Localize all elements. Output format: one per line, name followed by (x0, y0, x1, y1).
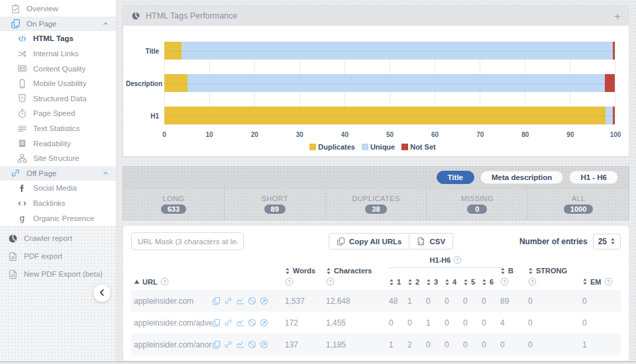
x-tick-label: 20 (251, 131, 258, 138)
sort-icon[interactable] (463, 279, 468, 286)
bar-category-label: Description (126, 79, 159, 87)
stat-cell-all[interactable]: ALL1000 (528, 189, 629, 220)
h-column-label: 4 (452, 278, 456, 286)
sidebar-item-crawler-report[interactable]: Crawler report (0, 230, 116, 248)
legend-item-not-set[interactable]: Not Set (401, 143, 436, 151)
book-icon (17, 138, 27, 148)
url-cell[interactable]: appleinsider.com/anon.. (134, 340, 212, 349)
stat-cell-long[interactable]: LONG633 (123, 189, 225, 220)
bar-segment-duplicates (164, 107, 606, 124)
help-icon[interactable]: ? (604, 277, 613, 286)
h2-cell: 2 (407, 340, 426, 349)
link-icon[interactable] (224, 296, 233, 305)
csv-export-button[interactable]: CSV (409, 233, 453, 250)
sort-icon[interactable] (582, 278, 588, 285)
tab-meta-description[interactable]: Meta description (480, 171, 563, 184)
copy-icon[interactable] (212, 318, 221, 327)
help-icon[interactable]: ? (453, 255, 462, 264)
sidebar-item-new-pdf-export-beta[interactable]: New PDF Export (beta) (0, 265, 116, 283)
newspaper-icon (17, 64, 27, 73)
h-column-label: 6 (490, 278, 494, 286)
url-cell[interactable]: appleinsider.com (134, 296, 212, 306)
legend-label: Duplicates (318, 143, 355, 151)
sidebar-item-readability[interactable]: Readability (0, 136, 116, 151)
sort-icon[interactable] (445, 279, 450, 286)
sidebar-item-structured-data[interactable]: 5Structured Data (0, 91, 116, 107)
column-header-h5[interactable]: 5 (463, 278, 482, 286)
column-header-h1[interactable]: 1 (389, 278, 407, 286)
column-header-url[interactable]: URL ? (134, 277, 212, 286)
link-icon[interactable] (224, 340, 233, 349)
copy-all-urls-button[interactable]: Copy All URLs (329, 233, 409, 250)
circle-slash-icon[interactable] (248, 340, 256, 349)
sidebar-item-page-speed[interactable]: Page Speed (0, 106, 116, 121)
sort-icon[interactable] (426, 279, 431, 286)
url-cell[interactable]: appleinsider.com/adve... (134, 318, 212, 328)
sort-icon[interactable] (326, 267, 331, 275)
line-chart-icon[interactable] (236, 296, 244, 305)
help-icon[interactable]: ? (326, 277, 335, 286)
sort-icon[interactable] (285, 267, 290, 275)
text-lines-icon (17, 124, 27, 134)
legend-item-duplicates[interactable]: Duplicates (309, 143, 355, 151)
sidebar-collapse-button[interactable] (93, 285, 111, 302)
line-chart-icon[interactable] (236, 340, 244, 349)
column-header-characters[interactable]: Characters ? (326, 267, 389, 286)
sidebar-item-overview[interactable]: Overview (0, 1, 116, 17)
external-link-icon[interactable] (260, 318, 268, 327)
sidebar-item-mobile-usability[interactable]: Mobile Usability (0, 76, 116, 91)
sort-icon[interactable] (407, 279, 413, 286)
stat-cell-duplicates[interactable]: DUPLICATES38 (326, 189, 427, 220)
sort-icon[interactable] (482, 279, 487, 286)
column-header-em[interactable]: EM ? (582, 277, 617, 286)
sort-icon[interactable] (528, 267, 533, 275)
column-header-h2[interactable]: 2 (407, 278, 426, 286)
column-header-h6[interactable]: 6 (482, 278, 500, 286)
stat-cell-short[interactable]: SHORT89 (225, 189, 326, 220)
help-icon[interactable]: ? (160, 277, 169, 286)
help-icon[interactable]: ? (500, 277, 509, 286)
sidebar-item-on-page[interactable]: On Page (0, 17, 116, 32)
expand-icon[interactable]: + (614, 11, 621, 22)
sidebar-item-backlinks[interactable]: Backlinks (0, 196, 116, 211)
svg-text:?: ? (503, 279, 506, 285)
sidebar-item-content-quality[interactable]: Content Quality (0, 61, 116, 76)
column-header-h3[interactable]: 3 (426, 278, 445, 286)
column-header-b[interactable]: B ? (500, 267, 528, 286)
sidebar-item-html-tags[interactable]: HTML Tags (0, 31, 116, 46)
sort-icon[interactable] (389, 279, 394, 286)
help-icon[interactable]: ? (285, 277, 293, 286)
link-icon[interactable] (224, 318, 233, 327)
sidebar-item-social-media[interactable]: Social Media (0, 181, 116, 196)
legend-item-unique[interactable]: Unique (362, 143, 395, 151)
url-mask-input[interactable] (131, 232, 244, 250)
sidebar-item-pdf-export[interactable]: PDF export (0, 248, 116, 265)
external-link-icon[interactable] (260, 296, 268, 305)
circle-slash-icon[interactable] (248, 318, 256, 327)
sidebar-item-organic-presence[interactable]: gOrganic Presence (0, 210, 116, 226)
h5-cell: 0 (463, 340, 482, 349)
copy-icon[interactable] (212, 340, 221, 349)
stat-value-badge: 0 (467, 205, 487, 214)
sidebar-item-label: Content Quality (33, 65, 85, 73)
column-header-h4[interactable]: 4 (445, 278, 463, 286)
sidebar-item-off-page[interactable]: Off Page (0, 166, 116, 181)
line-chart-icon[interactable] (236, 318, 244, 327)
bar-segment-unique (606, 107, 612, 124)
column-header-words[interactable]: Words ? (285, 267, 326, 286)
entries-select[interactable]: 25 (593, 234, 621, 250)
circle-slash-icon[interactable] (248, 296, 256, 305)
sidebar-item-text-statistics[interactable]: Text Statistics (0, 121, 116, 136)
tab-h1-h6[interactable]: H1 - H6 (569, 171, 618, 184)
sidebar-item-site-structure[interactable]: Site Structure (0, 151, 116, 166)
column-header-strong[interactable]: STRONG ? (528, 267, 582, 286)
sort-icon[interactable] (500, 267, 505, 275)
stat-cell-missing[interactable]: MISSING0 (427, 189, 528, 220)
copy-icon[interactable] (212, 296, 221, 305)
external-link-icon[interactable] (260, 340, 268, 349)
h5-cell: 0 (463, 318, 482, 328)
sidebar-item-internal-links[interactable]: Internal Links (0, 46, 116, 62)
tab-title[interactable]: Title (437, 171, 474, 184)
help-icon[interactable]: ? (528, 277, 537, 286)
sidebar: OverviewOn PageHTML TagsInternal LinksCo… (0, 0, 117, 361)
